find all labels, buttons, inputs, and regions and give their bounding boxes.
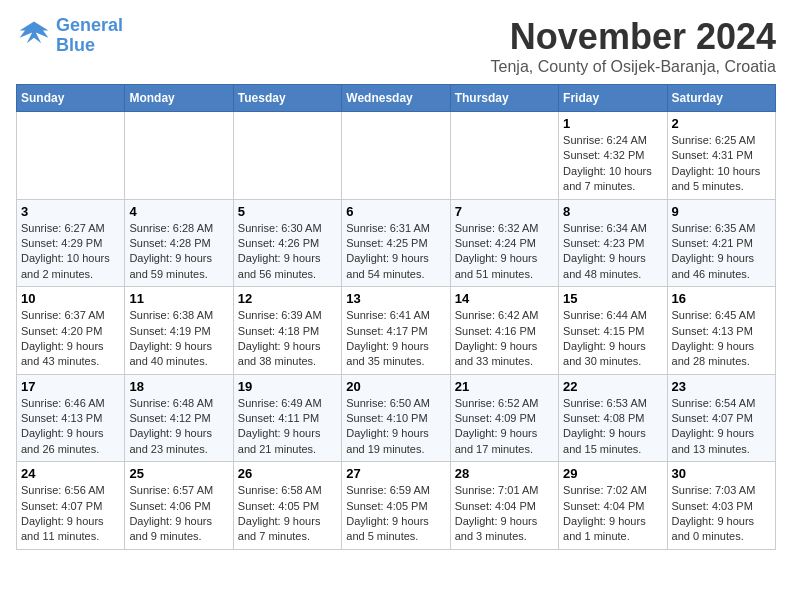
location-title: Tenja, County of Osijek-Baranja, Croatia xyxy=(491,58,776,76)
calendar-cell: 3Sunrise: 6:27 AM Sunset: 4:29 PM Daylig… xyxy=(17,199,125,287)
day-info: Sunrise: 6:56 AM Sunset: 4:07 PM Dayligh… xyxy=(21,483,120,545)
day-info: Sunrise: 6:39 AM Sunset: 4:18 PM Dayligh… xyxy=(238,308,337,370)
calendar-cell: 11Sunrise: 6:38 AM Sunset: 4:19 PM Dayli… xyxy=(125,287,233,375)
day-info: Sunrise: 6:28 AM Sunset: 4:28 PM Dayligh… xyxy=(129,221,228,283)
day-info: Sunrise: 7:02 AM Sunset: 4:04 PM Dayligh… xyxy=(563,483,662,545)
calendar-cell: 15Sunrise: 6:44 AM Sunset: 4:15 PM Dayli… xyxy=(559,287,667,375)
day-number: 29 xyxy=(563,466,662,481)
day-number: 24 xyxy=(21,466,120,481)
day-number: 6 xyxy=(346,204,445,219)
title-area: November 2024 Tenja, County of Osijek-Ba… xyxy=(491,16,776,76)
weekday-header-saturday: Saturday xyxy=(667,85,775,112)
day-number: 10 xyxy=(21,291,120,306)
calendar-cell xyxy=(342,112,450,200)
day-info: Sunrise: 7:01 AM Sunset: 4:04 PM Dayligh… xyxy=(455,483,554,545)
calendar-cell: 8Sunrise: 6:34 AM Sunset: 4:23 PM Daylig… xyxy=(559,199,667,287)
calendar-body: 1Sunrise: 6:24 AM Sunset: 4:32 PM Daylig… xyxy=(17,112,776,550)
day-info: Sunrise: 6:49 AM Sunset: 4:11 PM Dayligh… xyxy=(238,396,337,458)
logo-icon xyxy=(16,18,52,54)
calendar-cell: 26Sunrise: 6:58 AM Sunset: 4:05 PM Dayli… xyxy=(233,462,341,550)
calendar-cell: 9Sunrise: 6:35 AM Sunset: 4:21 PM Daylig… xyxy=(667,199,775,287)
day-info: Sunrise: 6:32 AM Sunset: 4:24 PM Dayligh… xyxy=(455,221,554,283)
day-info: Sunrise: 6:38 AM Sunset: 4:19 PM Dayligh… xyxy=(129,308,228,370)
day-number: 16 xyxy=(672,291,771,306)
page-header: General Blue November 2024 Tenja, County… xyxy=(16,16,776,76)
calendar-cell: 29Sunrise: 7:02 AM Sunset: 4:04 PM Dayli… xyxy=(559,462,667,550)
logo-text: General Blue xyxy=(56,16,123,56)
day-info: Sunrise: 6:34 AM Sunset: 4:23 PM Dayligh… xyxy=(563,221,662,283)
calendar-cell: 14Sunrise: 6:42 AM Sunset: 4:16 PM Dayli… xyxy=(450,287,558,375)
svg-marker-0 xyxy=(20,21,49,43)
weekday-header-tuesday: Tuesday xyxy=(233,85,341,112)
calendar-cell: 5Sunrise: 6:30 AM Sunset: 4:26 PM Daylig… xyxy=(233,199,341,287)
weekday-header-sunday: Sunday xyxy=(17,85,125,112)
calendar-cell: 6Sunrise: 6:31 AM Sunset: 4:25 PM Daylig… xyxy=(342,199,450,287)
day-info: Sunrise: 6:35 AM Sunset: 4:21 PM Dayligh… xyxy=(672,221,771,283)
day-number: 5 xyxy=(238,204,337,219)
calendar-cell: 22Sunrise: 6:53 AM Sunset: 4:08 PM Dayli… xyxy=(559,374,667,462)
calendar-cell: 24Sunrise: 6:56 AM Sunset: 4:07 PM Dayli… xyxy=(17,462,125,550)
day-info: Sunrise: 6:52 AM Sunset: 4:09 PM Dayligh… xyxy=(455,396,554,458)
calendar-cell: 16Sunrise: 6:45 AM Sunset: 4:13 PM Dayli… xyxy=(667,287,775,375)
calendar-cell: 10Sunrise: 6:37 AM Sunset: 4:20 PM Dayli… xyxy=(17,287,125,375)
calendar-cell: 25Sunrise: 6:57 AM Sunset: 4:06 PM Dayli… xyxy=(125,462,233,550)
day-info: Sunrise: 6:58 AM Sunset: 4:05 PM Dayligh… xyxy=(238,483,337,545)
calendar-cell: 19Sunrise: 6:49 AM Sunset: 4:11 PM Dayli… xyxy=(233,374,341,462)
day-info: Sunrise: 6:24 AM Sunset: 4:32 PM Dayligh… xyxy=(563,133,662,195)
day-info: Sunrise: 6:30 AM Sunset: 4:26 PM Dayligh… xyxy=(238,221,337,283)
calendar-week-4: 17Sunrise: 6:46 AM Sunset: 4:13 PM Dayli… xyxy=(17,374,776,462)
month-title: November 2024 xyxy=(491,16,776,58)
calendar-week-5: 24Sunrise: 6:56 AM Sunset: 4:07 PM Dayli… xyxy=(17,462,776,550)
weekday-header-monday: Monday xyxy=(125,85,233,112)
day-number: 28 xyxy=(455,466,554,481)
day-info: Sunrise: 6:50 AM Sunset: 4:10 PM Dayligh… xyxy=(346,396,445,458)
calendar-cell: 7Sunrise: 6:32 AM Sunset: 4:24 PM Daylig… xyxy=(450,199,558,287)
day-number: 8 xyxy=(563,204,662,219)
day-number: 14 xyxy=(455,291,554,306)
day-info: Sunrise: 6:59 AM Sunset: 4:05 PM Dayligh… xyxy=(346,483,445,545)
day-number: 2 xyxy=(672,116,771,131)
day-info: Sunrise: 6:41 AM Sunset: 4:17 PM Dayligh… xyxy=(346,308,445,370)
calendar-week-1: 1Sunrise: 6:24 AM Sunset: 4:32 PM Daylig… xyxy=(17,112,776,200)
day-number: 3 xyxy=(21,204,120,219)
day-number: 21 xyxy=(455,379,554,394)
day-info: Sunrise: 7:03 AM Sunset: 4:03 PM Dayligh… xyxy=(672,483,771,545)
calendar-week-2: 3Sunrise: 6:27 AM Sunset: 4:29 PM Daylig… xyxy=(17,199,776,287)
day-number: 17 xyxy=(21,379,120,394)
calendar-header-row: SundayMondayTuesdayWednesdayThursdayFrid… xyxy=(17,85,776,112)
day-number: 30 xyxy=(672,466,771,481)
day-number: 4 xyxy=(129,204,228,219)
day-info: Sunrise: 6:44 AM Sunset: 4:15 PM Dayligh… xyxy=(563,308,662,370)
day-number: 22 xyxy=(563,379,662,394)
calendar-week-3: 10Sunrise: 6:37 AM Sunset: 4:20 PM Dayli… xyxy=(17,287,776,375)
calendar-cell: 30Sunrise: 7:03 AM Sunset: 4:03 PM Dayli… xyxy=(667,462,775,550)
day-info: Sunrise: 6:53 AM Sunset: 4:08 PM Dayligh… xyxy=(563,396,662,458)
day-number: 26 xyxy=(238,466,337,481)
day-info: Sunrise: 6:25 AM Sunset: 4:31 PM Dayligh… xyxy=(672,133,771,195)
calendar-cell xyxy=(17,112,125,200)
weekday-header-friday: Friday xyxy=(559,85,667,112)
calendar-table: SundayMondayTuesdayWednesdayThursdayFrid… xyxy=(16,84,776,550)
day-info: Sunrise: 6:42 AM Sunset: 4:16 PM Dayligh… xyxy=(455,308,554,370)
calendar-cell xyxy=(450,112,558,200)
calendar-cell: 17Sunrise: 6:46 AM Sunset: 4:13 PM Dayli… xyxy=(17,374,125,462)
day-info: Sunrise: 6:27 AM Sunset: 4:29 PM Dayligh… xyxy=(21,221,120,283)
calendar-cell: 4Sunrise: 6:28 AM Sunset: 4:28 PM Daylig… xyxy=(125,199,233,287)
day-number: 23 xyxy=(672,379,771,394)
day-info: Sunrise: 6:31 AM Sunset: 4:25 PM Dayligh… xyxy=(346,221,445,283)
calendar-cell: 2Sunrise: 6:25 AM Sunset: 4:31 PM Daylig… xyxy=(667,112,775,200)
day-number: 15 xyxy=(563,291,662,306)
day-info: Sunrise: 6:48 AM Sunset: 4:12 PM Dayligh… xyxy=(129,396,228,458)
day-number: 27 xyxy=(346,466,445,481)
logo: General Blue xyxy=(16,16,123,56)
day-info: Sunrise: 6:57 AM Sunset: 4:06 PM Dayligh… xyxy=(129,483,228,545)
calendar-cell: 1Sunrise: 6:24 AM Sunset: 4:32 PM Daylig… xyxy=(559,112,667,200)
day-info: Sunrise: 6:45 AM Sunset: 4:13 PM Dayligh… xyxy=(672,308,771,370)
calendar-cell: 12Sunrise: 6:39 AM Sunset: 4:18 PM Dayli… xyxy=(233,287,341,375)
weekday-header-thursday: Thursday xyxy=(450,85,558,112)
calendar-cell: 23Sunrise: 6:54 AM Sunset: 4:07 PM Dayli… xyxy=(667,374,775,462)
day-number: 20 xyxy=(346,379,445,394)
calendar-cell: 18Sunrise: 6:48 AM Sunset: 4:12 PM Dayli… xyxy=(125,374,233,462)
calendar-cell xyxy=(125,112,233,200)
day-number: 19 xyxy=(238,379,337,394)
